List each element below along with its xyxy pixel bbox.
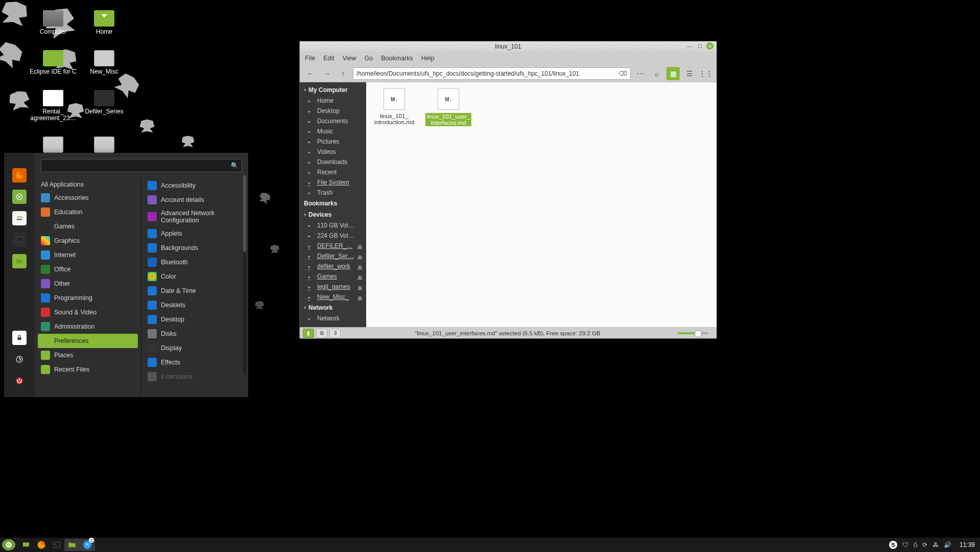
app-item[interactable]: Desklets xyxy=(141,298,248,312)
app-item[interactable]: Color xyxy=(141,269,248,284)
app-item[interactable]: Date & Time xyxy=(141,284,248,298)
terminal-icon[interactable]: >_ xyxy=(12,233,27,247)
file-view[interactable]: M↓linux_101_introduction.mdM↓linux_101_u… xyxy=(366,82,716,327)
clear-path-icon[interactable]: ⌫ xyxy=(618,70,627,77)
eject-icon[interactable]: ⏏ xyxy=(357,243,362,249)
sidebar-header[interactable]: My Computer xyxy=(300,84,366,96)
sidebar-header[interactable]: Network xyxy=(300,302,366,313)
show-desktop-button[interactable] xyxy=(18,539,34,551)
file-item[interactable]: M↓linux_101_introduction.md xyxy=(372,88,416,125)
lock-icon[interactable] xyxy=(12,331,27,345)
category-item[interactable]: Administration xyxy=(35,319,141,334)
category-item[interactable]: Sound & Video xyxy=(35,305,141,319)
sidebar-item[interactable]: ▪224 GB Vol… xyxy=(300,231,366,241)
minimize-button[interactable]: — xyxy=(686,42,693,50)
sidebar-item[interactable]: ▪Videos xyxy=(300,147,366,157)
category-item[interactable]: Programming xyxy=(35,291,141,305)
taskbar-files[interactable] xyxy=(64,539,80,551)
category-item[interactable]: All Applications xyxy=(35,178,141,191)
tray-shield-icon[interactable]: 🛡 xyxy=(902,541,909,548)
category-item[interactable]: Education xyxy=(35,205,141,219)
category-item[interactable]: Graphics xyxy=(35,234,141,248)
sidebar-item[interactable]: ▪legit_games⏏ xyxy=(300,282,366,292)
category-item[interactable]: Recent Files xyxy=(35,362,141,377)
toggle-path-button[interactable]: ⋯ xyxy=(634,67,647,80)
app-item[interactable]: Backgrounds xyxy=(141,241,248,255)
category-item[interactable]: Preferences xyxy=(38,334,138,348)
sidebar-item[interactable]: ▪110 GB Vol… xyxy=(300,220,366,231)
places-sidebar-toggle[interactable]: ▮ xyxy=(303,329,314,338)
sidebar-item[interactable]: ▪DEFILER_…⏏ xyxy=(300,241,366,251)
sidebar-item[interactable]: ▪Documents xyxy=(300,116,366,126)
tray-volume-icon[interactable]: 🔊 xyxy=(944,541,951,548)
window-titlebar[interactable]: linux_101 — ☐ ✕ xyxy=(300,41,716,52)
logout-icon[interactable] xyxy=(12,352,27,366)
sidebar-header[interactable]: Devices xyxy=(300,209,366,220)
tray-printer-icon[interactable]: ⎙ xyxy=(914,541,917,548)
search-input[interactable] xyxy=(44,162,231,169)
start-button[interactable]: lm xyxy=(2,539,15,550)
sidebar-item[interactable]: ▪Downloads xyxy=(300,157,366,167)
tray-updates-icon[interactable]: ⟳ xyxy=(922,541,927,548)
zoom-slider[interactable] xyxy=(678,332,708,334)
software-manager-icon[interactable] xyxy=(12,190,27,204)
app-item[interactable]: Account details xyxy=(141,193,248,207)
menu-item[interactable]: Bookmarks xyxy=(381,55,413,62)
sidebar-item[interactable]: ▪Defiler_Ser…⏏ xyxy=(300,251,366,261)
icon-view-button[interactable]: ▦ xyxy=(666,67,680,80)
eject-icon[interactable]: ⏏ xyxy=(357,294,362,300)
maximize-button[interactable]: ☐ xyxy=(696,42,703,50)
sidebar-item[interactable]: ▪Desktop xyxy=(300,106,366,116)
sidebar-item[interactable]: ▪New_Misc_⏏ xyxy=(300,292,366,302)
search-button[interactable]: ⌕ xyxy=(650,67,663,80)
app-item[interactable]: Extensions xyxy=(141,370,248,384)
desktop-icon[interactable]: Defiler_Series xyxy=(79,90,130,123)
menu-item[interactable]: Go xyxy=(365,55,373,62)
eject-icon[interactable]: ⏏ xyxy=(357,284,362,290)
close-button[interactable]: ✕ xyxy=(706,42,713,50)
clock[interactable]: 11:39 xyxy=(957,541,978,548)
category-item[interactable]: Office xyxy=(35,262,141,277)
sidebar-item[interactable]: ▪Home xyxy=(300,96,366,106)
eject-icon[interactable]: ⏏ xyxy=(357,264,362,269)
system-settings-icon[interactable] xyxy=(12,211,27,225)
hide-sidebar-toggle[interactable]: ∃ xyxy=(329,329,341,338)
category-item[interactable]: Places xyxy=(35,348,141,362)
power-icon[interactable] xyxy=(12,374,27,388)
desktop-icon[interactable]: Computer xyxy=(28,10,79,36)
app-item[interactable]: Effects xyxy=(141,355,248,370)
sidebar-item[interactable]: ▪Pictures xyxy=(300,136,366,147)
desktop-icon[interactable]: Eclipse IDE for C xyxy=(28,50,79,76)
compact-view-button[interactable]: ⋮⋮ xyxy=(699,67,712,80)
taskbar-firefox[interactable] xyxy=(34,539,49,551)
app-item[interactable]: Accessibility xyxy=(141,178,248,193)
sidebar-item[interactable]: ▪Trash xyxy=(300,188,366,198)
path-bar[interactable]: /home/leon/Documents/ufs_hpc_docs/docs/g… xyxy=(353,67,631,80)
menu-item[interactable]: File xyxy=(305,55,315,62)
scrollbar[interactable] xyxy=(243,175,246,375)
sidebar-item[interactable]: ▪defiler_work⏏ xyxy=(300,261,366,271)
sidebar-item[interactable]: ▪File System xyxy=(300,177,366,188)
desktop-icon[interactable]: Rental_agreement_23… xyxy=(28,90,79,123)
eject-icon[interactable]: ⏏ xyxy=(357,254,362,259)
category-item[interactable]: Internet xyxy=(35,248,141,262)
desktop-icon[interactable]: New_Misc xyxy=(79,50,130,76)
tree-sidebar-toggle[interactable]: ⊞ xyxy=(316,329,327,338)
app-item[interactable]: Display xyxy=(141,341,248,355)
app-item[interactable]: Advanced Network Configuration xyxy=(141,207,248,226)
sidebar-item[interactable]: ▪Recent xyxy=(300,167,366,177)
list-view-button[interactable]: ☰ xyxy=(683,67,696,80)
tray-network-icon[interactable]: 🖧 xyxy=(933,541,939,548)
start-menu-search[interactable]: 🔍 xyxy=(41,159,242,172)
eject-icon[interactable]: ⏏ xyxy=(357,274,362,280)
forward-button[interactable]: → xyxy=(320,67,333,80)
taskbar-terminal[interactable]: >_ xyxy=(49,539,64,551)
menu-item[interactable]: Help xyxy=(421,55,435,62)
sidebar-item[interactable]: ▪Music xyxy=(300,126,366,136)
tray-skype-icon[interactable]: S xyxy=(889,541,897,549)
category-item[interactable]: Games xyxy=(35,219,141,234)
sidebar-item[interactable]: ▪Games⏏ xyxy=(300,271,366,282)
taskbar-rambox[interactable]: R 2 xyxy=(80,539,95,551)
desktop-icon[interactable]: Home xyxy=(79,10,130,36)
menu-item[interactable]: View xyxy=(343,55,356,62)
